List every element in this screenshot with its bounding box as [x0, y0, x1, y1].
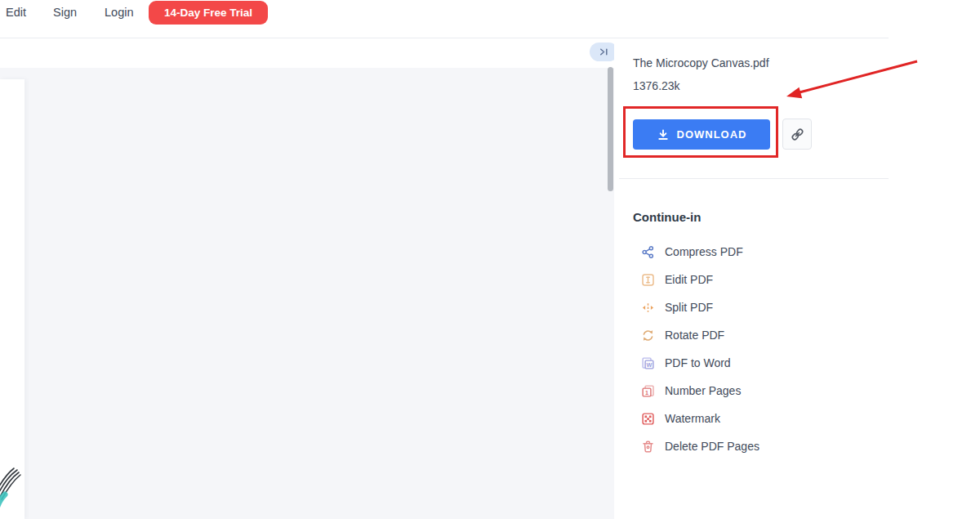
free-trial-button[interactable]: 14-Day Free Trial	[149, 1, 268, 25]
document-preview-area	[0, 68, 614, 519]
svg-text:W: W	[647, 360, 653, 368]
download-icon	[657, 128, 670, 141]
download-button-label: DOWNLOAD	[677, 128, 747, 141]
sidebar-divider	[619, 178, 889, 179]
tool-split-pdf[interactable]: Split PDF	[641, 299, 760, 315]
pdf-page-fragment	[0, 79, 24, 519]
chevron-bar-right-icon	[598, 46, 610, 58]
split-arrows-icon	[641, 301, 655, 315]
continue-tool-list: Compress PDF Eidit PDF Split PDF	[641, 244, 760, 466]
rotate-arrows-icon	[641, 329, 655, 342]
file-name: The Microcopy Canvas.pdf	[633, 56, 769, 69]
copy-link-button[interactable]	[782, 119, 812, 150]
file-size: 1376.23k	[633, 79, 680, 92]
nav-item-edit[interactable]: Edit	[6, 6, 26, 19]
tool-label: Rotate PDF	[665, 329, 724, 342]
watermark-grid-icon	[641, 412, 655, 426]
tool-label: Delete PDF Pages	[665, 440, 760, 453]
download-button[interactable]: DOWNLOAD	[633, 119, 770, 150]
tool-eidit-pdf[interactable]: Eidit PDF	[641, 271, 760, 288]
link-icon	[791, 128, 804, 141]
numbered-page-icon: 1	[641, 384, 655, 398]
share-nodes-icon	[641, 245, 655, 259]
continue-in-title: Continue-in	[633, 210, 701, 224]
nav-item-sign[interactable]: Sign	[53, 6, 77, 19]
trash-icon	[641, 440, 655, 454]
tool-rotate-pdf[interactable]: Rotate PDF	[641, 327, 760, 343]
tool-compress-pdf[interactable]: Compress PDF	[641, 244, 760, 260]
nav-item-login[interactable]: Login	[105, 6, 133, 19]
svg-text:1: 1	[645, 388, 648, 396]
text-cursor-box-icon	[641, 273, 655, 287]
tool-label: PDF to Word	[665, 356, 731, 369]
tool-label: Eidit PDF	[665, 273, 713, 286]
tool-label: Split PDF	[665, 301, 713, 314]
signature-squiggle-graphic	[0, 464, 24, 515]
tool-label: Watermark	[665, 412, 720, 425]
word-doc-icon: W	[641, 356, 655, 370]
download-sidebar: The Microcopy Canvas.pdf 1376.23k DOWNLO…	[614, 38, 889, 519]
tool-number-pages[interactable]: 1 Number Pages	[641, 383, 760, 399]
tool-pdf-to-word[interactable]: W PDF to Word	[641, 355, 760, 371]
tool-watermark[interactable]: Watermark	[641, 410, 760, 427]
tool-delete-pdf-pages[interactable]: Delete PDF Pages	[641, 438, 760, 454]
sidebar-scrollbar-thumb[interactable]	[608, 67, 613, 191]
tool-label: Number Pages	[665, 384, 741, 397]
tool-label: Compress PDF	[665, 245, 743, 258]
